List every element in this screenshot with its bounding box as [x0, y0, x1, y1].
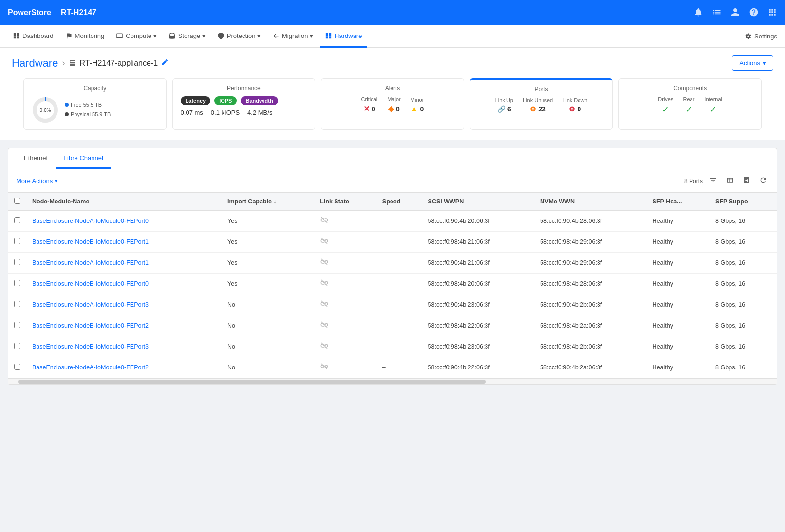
help-icon[interactable]: [749, 7, 759, 18]
row-nvme: 58:cc:f0:90:4b:2b:06:3f: [534, 294, 647, 315]
actions-button[interactable]: Actions ▾: [732, 55, 773, 71]
link-down: Link Down ⚙ 0: [562, 97, 587, 113]
row-scsi: 58:cc:f0:90:4b:22:06:3f: [422, 357, 535, 378]
filter-icon[interactable]: [708, 174, 719, 187]
row-scsi: 58:cc:f0:98:4b:21:06:3f: [422, 232, 535, 253]
port-name-link[interactable]: BaseEnclosure-NodeB-IoModule0-FEPort0: [32, 280, 149, 287]
col-sfp-health: SFP Hea...: [647, 193, 710, 211]
row-checkbox-cell[interactable]: [8, 232, 26, 253]
user-icon[interactable]: [730, 7, 740, 18]
row-checkbox-cell[interactable]: [8, 274, 26, 294]
col-import[interactable]: Import Capable ↓: [222, 193, 314, 211]
tabs: Ethernet Fibre Channel: [8, 148, 777, 169]
row-import: Yes: [222, 274, 314, 294]
row-checkbox-cell[interactable]: [8, 336, 26, 357]
table-row: BaseEnclosure-NodeA-IoModule0-FEPort1 Ye…: [8, 253, 777, 274]
row-link-state: [314, 211, 376, 232]
tab-ethernet[interactable]: Ethernet: [16, 148, 56, 169]
physical-label: Physical: [71, 111, 91, 117]
bell-icon[interactable]: [693, 7, 703, 18]
link-state-icon: [320, 322, 329, 330]
row-checkbox-cell[interactable]: [8, 315, 26, 336]
row-import: No: [222, 336, 314, 357]
capacity-values: Free 55.5 TB Physical 55.9 TB: [65, 100, 111, 120]
row-checkbox-1[interactable]: [14, 238, 20, 244]
scrollbar-thumb[interactable]: [18, 380, 486, 384]
nav-monitoring[interactable]: Monitoring: [60, 25, 110, 48]
capacity-title: Capacity: [32, 85, 158, 92]
settings-label: Settings: [754, 33, 777, 40]
row-checkbox-6[interactable]: [14, 343, 20, 349]
row-checkbox-cell[interactable]: [8, 211, 26, 232]
row-link-state: [314, 253, 376, 274]
nav-compute[interactable]: Compute ▾: [111, 25, 161, 48]
internal-component: Internal ✓: [704, 96, 722, 115]
row-checkbox-cell[interactable]: [8, 253, 26, 274]
port-name-link[interactable]: BaseEnclosure-NodeB-IoModule0-FEPort2: [32, 322, 149, 329]
row-sfp-health: Healthy: [647, 274, 710, 294]
more-actions-button[interactable]: More Actions ▾: [16, 177, 58, 184]
free-value: 55.5 TB: [83, 102, 102, 108]
main-content: Ethernet Fibre Channel More Actions ▾ 8 …: [8, 148, 777, 385]
rear-check: ✓: [683, 104, 694, 115]
nav-storage[interactable]: Storage ▾: [164, 25, 210, 48]
port-name-link[interactable]: BaseEnclosure-NodeA-IoModule0-FEPort0: [32, 218, 149, 224]
row-link-state: [314, 315, 376, 336]
row-sfp-health: Healthy: [647, 357, 710, 378]
port-name-link[interactable]: BaseEnclosure-NodeA-IoModule0-FEPort3: [32, 301, 149, 308]
latency-value: 0.07 ms: [181, 109, 203, 116]
select-all-checkbox[interactable]: [14, 198, 20, 204]
port-name-link[interactable]: BaseEnclosure-NodeA-IoModule0-FEPort2: [32, 364, 149, 371]
table-container: Node-Module-Name Import Capable ↓ Link S…: [8, 192, 777, 384]
major-alert: Major ◆ 0: [387, 96, 401, 113]
nav-settings[interactable]: Settings: [745, 33, 777, 40]
major-icon: ◆: [388, 104, 394, 113]
main-nav: Dashboard Monitoring Compute ▾ Storage ▾…: [0, 25, 785, 48]
port-name-link[interactable]: BaseEnclosure-NodeA-IoModule0-FEPort1: [32, 259, 149, 266]
columns-icon[interactable]: [724, 174, 736, 187]
export-icon[interactable]: [741, 174, 752, 187]
tab-fibre-channel[interactable]: Fibre Channel: [56, 148, 111, 169]
row-name: BaseEnclosure-NodeB-IoModule0-FEPort2: [26, 315, 222, 336]
row-import: No: [222, 315, 314, 336]
select-all-header[interactable]: [8, 193, 26, 211]
row-speed: –: [376, 336, 422, 357]
link-down-icon: ⚙: [569, 105, 575, 113]
svg-line-4: [321, 259, 327, 265]
row-speed: –: [376, 294, 422, 315]
ports-count: 8 Ports: [684, 178, 703, 184]
row-checkbox-cell[interactable]: [8, 357, 26, 378]
row-checkbox-cell[interactable]: [8, 294, 26, 315]
refresh-icon[interactable]: [757, 174, 769, 187]
row-sfp-health: Healthy: [647, 315, 710, 336]
nav-dashboard[interactable]: Dashboard: [8, 25, 58, 48]
port-name-link[interactable]: BaseEnclosure-NodeB-IoModule0-FEPort3: [32, 343, 149, 350]
port-name-link[interactable]: BaseEnclosure-NodeB-IoModule0-FEPort1: [32, 238, 149, 245]
row-nvme: 58:cc:f0:98:4b:2b:06:3f: [534, 336, 647, 357]
svg-line-5: [321, 280, 327, 286]
row-checkbox-2[interactable]: [14, 259, 20, 265]
nav-migration[interactable]: Migration ▾: [267, 25, 318, 48]
minor-icon: ▲: [411, 105, 418, 113]
row-nvme: 58:cc:f0:98:4b:29:06:3f: [534, 232, 647, 253]
table-row: BaseEnclosure-NodeB-IoModule0-FEPort2 No…: [8, 315, 777, 336]
apps-icon[interactable]: [767, 7, 777, 18]
row-checkbox-7[interactable]: [14, 364, 20, 370]
row-checkbox-4[interactable]: [14, 301, 20, 307]
col-scsi: SCSI WWPN: [422, 193, 535, 211]
row-checkbox-5[interactable]: [14, 322, 20, 328]
list-icon[interactable]: [712, 7, 722, 18]
nav-hardware[interactable]: Hardware: [320, 25, 367, 48]
row-speed: –: [376, 357, 422, 378]
horizontal-scrollbar[interactable]: [8, 378, 777, 384]
row-checkbox-3[interactable]: [14, 280, 20, 286]
nav-protection[interactable]: Protection ▾: [212, 25, 265, 48]
link-state-icon: [320, 218, 329, 226]
row-link-state: [314, 232, 376, 253]
row-checkbox-0[interactable]: [14, 217, 20, 223]
edit-icon[interactable]: [161, 58, 168, 68]
row-scsi: 58:cc:f0:90:4b:21:06:3f: [422, 253, 535, 274]
row-name: BaseEnclosure-NodeB-IoModule0-FEPort3: [26, 336, 222, 357]
row-name: BaseEnclosure-NodeB-IoModule0-FEPort0: [26, 274, 222, 294]
brand: PowerStore | RT-H2147: [8, 8, 96, 17]
